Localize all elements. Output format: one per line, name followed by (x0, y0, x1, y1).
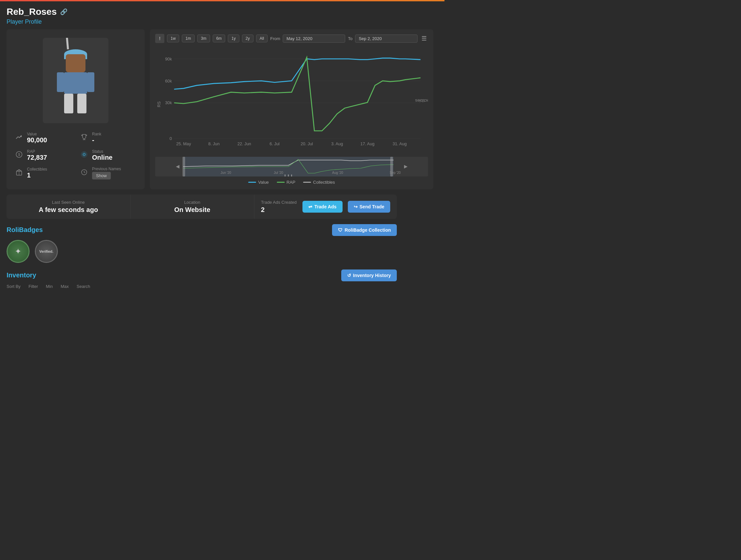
username: Reb_Roses (7, 7, 57, 17)
chart-svg: 90k 60k 30k 0 RS Collectibles 25. May 8.… (155, 47, 428, 154)
svg-text:Jul '20: Jul '20 (274, 171, 283, 174)
inventory-filters: Sort By Filter Min Max Search (7, 284, 397, 289)
trade-area: Trade Ads Created 2 ⇌ Trade Ads ↪ Send T… (255, 195, 397, 219)
svg-text:Collectibles: Collectibles (415, 98, 428, 103)
dollar-icon: $ (14, 151, 24, 160)
stats-grid: Value 90,000 (12, 132, 139, 180)
history-icon (79, 168, 89, 178)
from-date-input[interactable] (283, 34, 345, 43)
time-btn-all[interactable]: All (256, 34, 268, 43)
svg-text:0: 0 (170, 136, 172, 141)
avatar-left-arm (57, 72, 64, 92)
profile-left-card: Value 90,000 (7, 29, 145, 189)
collectibles-label: Collectibles (27, 167, 47, 171)
value-amount: 90,000 (27, 136, 47, 144)
svg-text:31. Aug: 31. Aug (393, 142, 407, 146)
sort-by-label: Sort By (7, 284, 21, 289)
history-icon: ↺ (347, 273, 351, 278)
chart-minimap[interactable]: Jun '20 Jul '20 Aug '20 Sep '20 ◀ ▶ (155, 157, 428, 177)
stat-value-item: Value 90,000 (14, 132, 72, 144)
rolibadges-title: RoliBadges (7, 226, 43, 234)
trade-ads-label: Trade Ads (314, 204, 336, 209)
to-date-input[interactable] (355, 34, 417, 43)
player-profile-label: Player Profile (7, 18, 397, 25)
svg-text:◀: ◀ (176, 164, 180, 169)
username-row: Reb_Roses 🔗 (7, 7, 397, 17)
last-seen-label: Last Seen Online (14, 200, 122, 205)
box-icon (14, 168, 24, 178)
rank-label: Rank (92, 132, 101, 136)
inventory-section: Inventory ↺ Inventory History Sort By Fi… (7, 270, 397, 289)
time-btn-1y[interactable]: 1y (228, 34, 239, 43)
badge-verified[interactable]: Verified. (35, 240, 58, 263)
trade-ads-count: 2 (261, 206, 297, 214)
badges-row: ✦ Verified. (7, 240, 397, 263)
time-btn-1w[interactable]: 1w (167, 34, 179, 43)
rolibadges-header: RoliBadges 🛡 RoliBadge Collection (7, 224, 397, 236)
rolibadge-collection-button[interactable]: 🛡 RoliBadge Collection (332, 224, 397, 236)
date-range: From To ☰ (270, 34, 428, 43)
last-seen-value: A few seconds ago (14, 206, 122, 214)
svg-text:60k: 60k (165, 79, 172, 83)
rolibadges-section: RoliBadges 🛡 RoliBadge Collection ✦ Veri… (7, 224, 397, 263)
avatar-body (56, 48, 95, 114)
main-chart: 90k 60k 30k 0 RS Collectibles 25. May 8.… (155, 47, 428, 154)
trade-ads-info: Trade Ads Created 2 (261, 200, 297, 214)
avatar-left-leg (64, 94, 73, 114)
send-trade-button[interactable]: ↪ Send Trade (348, 201, 390, 213)
svg-text:$: $ (18, 153, 20, 156)
link-icon[interactable]: 🔗 (60, 8, 67, 15)
badge-star[interactable]: ✦ (7, 240, 29, 263)
chart-area: ! 1w 1m 3m 6m 1y 2y All From To ☰ (150, 29, 433, 189)
time-btn-3m[interactable]: 3m (197, 34, 210, 43)
time-btn-6m[interactable]: 6m (213, 34, 225, 43)
svg-text:6. Jul: 6. Jul (270, 142, 279, 146)
svg-text:Aug '20: Aug '20 (332, 171, 343, 174)
avatar (43, 38, 109, 123)
info-cards-row: Last Seen Online A few seconds ago Locat… (7, 195, 397, 219)
chart-info-button[interactable]: ! (155, 34, 164, 43)
trade-ads-created-label: Trade Ads Created (261, 200, 297, 205)
svg-text:22. Jun: 22. Jun (238, 142, 251, 146)
svg-rect-30 (183, 157, 185, 177)
trade-ads-button[interactable]: ⇌ Trade Ads (302, 201, 342, 213)
time-btn-2y[interactable]: 2y (242, 34, 254, 43)
send-trade-label: Send Trade (360, 204, 384, 209)
collectibles-legend-label: Collectibles (313, 180, 335, 185)
value-label: Value (27, 132, 47, 136)
trophy-icon (79, 133, 89, 142)
svg-point-5 (82, 152, 86, 156)
chart-menu-button[interactable]: ☰ (420, 35, 428, 42)
stat-previous-names-item: Previous Names Show (79, 166, 137, 180)
from-label: From (270, 36, 280, 41)
stat-rap-item: $ RAP 72,837 (14, 149, 72, 161)
star-icon: ✦ (15, 247, 21, 256)
search-label: Search (77, 284, 90, 289)
avatar-head (66, 54, 85, 72)
svg-text:3. Aug: 3. Aug (331, 142, 343, 146)
chart-controls: ! 1w 1m 3m 6m 1y 2y All From To ☰ (155, 34, 428, 43)
shield-icon: 🛡 (338, 227, 343, 233)
value-legend-label: Value (258, 180, 269, 185)
inventory-header: Inventory ↺ Inventory History (7, 270, 397, 281)
collectibles-legend-line (303, 182, 311, 183)
chart-legend: Value RAP Collectibles (155, 180, 428, 185)
inventory-title: Inventory (7, 271, 36, 279)
svg-text:25. May: 25. May (176, 142, 191, 146)
time-btn-1m[interactable]: 1m (182, 34, 195, 43)
rank-value: - (92, 136, 101, 144)
svg-text:Jun '20: Jun '20 (220, 171, 231, 174)
location-card: Location On Website (131, 195, 255, 219)
location-value: On Website (138, 206, 246, 214)
min-label: Min (46, 284, 53, 289)
profile-main: Value 90,000 (7, 29, 397, 189)
show-previous-names-button[interactable]: Show (92, 172, 111, 180)
previous-names-label: Previous Names (92, 166, 121, 171)
max-label: Max (61, 284, 69, 289)
send-trade-icon: ↪ (354, 204, 358, 209)
signal-icon (79, 151, 89, 160)
trade-ads-icon: ⇌ (309, 204, 312, 209)
rap-amount: 72,837 (27, 154, 47, 161)
inventory-history-button[interactable]: ↺ Inventory History (341, 270, 397, 281)
collectibles-value: 1 (27, 171, 47, 179)
